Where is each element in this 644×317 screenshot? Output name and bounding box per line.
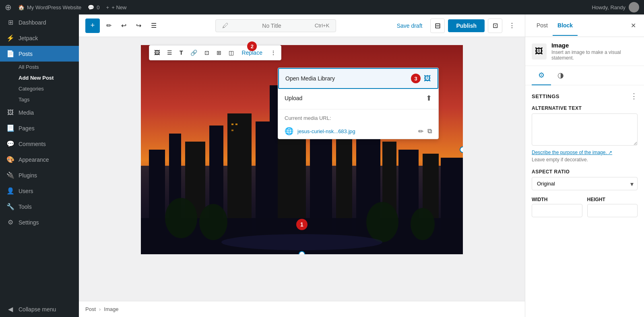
cover-icon: ◫: [229, 49, 234, 56]
svg-point-27: [366, 202, 398, 242]
publish-button[interactable]: Publish: [448, 19, 485, 32]
view-button[interactable]: ⊟: [430, 19, 445, 33]
main-layout: ⊞ Dashboard ⚡ Jetpack 📄 Posts All Posts …: [0, 14, 644, 317]
all-posts-link[interactable]: All Posts: [19, 62, 79, 72]
text-style-button[interactable]: T: [176, 47, 186, 58]
posts-submenu: All Posts Add New Post Categories Tags: [0, 62, 79, 105]
image-block-icon: 🖼: [535, 47, 543, 56]
sidebar: ⊞ Dashboard ⚡ Jetpack 📄 Posts All Posts …: [0, 14, 79, 317]
describe-link[interactable]: Describe the purpose of the image. ↗: [532, 150, 638, 155]
sidebar-item-settings[interactable]: ⚙ Settings: [0, 214, 79, 230]
feather-icon: 🖊: [222, 22, 229, 29]
title-bar[interactable]: 🖊 No Title Ctrl+K: [215, 19, 336, 32]
sidebar-item-posts[interactable]: 📄 Posts: [0, 46, 79, 62]
more-options-button[interactable]: ⋮: [506, 19, 518, 32]
pencil-icon: ✏: [106, 22, 111, 29]
comments-icon: 💬: [6, 140, 14, 148]
expand-button[interactable]: ⊞: [213, 47, 225, 58]
edit-url-button[interactable]: ✏: [418, 128, 423, 135]
open-media-library-button[interactable]: Open Media Library 3 🖼: [278, 68, 438, 89]
pages-icon: 📃: [6, 124, 14, 132]
copy-url-button[interactable]: ⧉: [427, 128, 432, 135]
image-block-icon-button[interactable]: 🖼: [151, 47, 163, 58]
appearance-icon: 🎨: [6, 156, 14, 163]
undo-button[interactable]: ↩: [118, 19, 130, 32]
step-badge-3: 3: [411, 74, 421, 83]
tools-icon: 🔧: [6, 203, 14, 210]
undo-icon: ↩: [121, 22, 126, 29]
wp-logo-icon: ⊕: [5, 2, 12, 12]
settings-menu-button[interactable]: ⋮: [630, 92, 638, 101]
editor-area: + ✏ ↩ ↪ ☰ 🖊 No Title Ctrl+K Save draft ⊟: [79, 14, 525, 317]
settings-contrast-tab[interactable]: ◑: [551, 66, 570, 85]
align-button[interactable]: ☰: [164, 47, 175, 58]
sidebar-item-jetpack[interactable]: ⚡ Jetpack: [0, 30, 79, 46]
editor-toolbar: + ✏ ↩ ↪ ☰ 🖊 No Title Ctrl+K Save draft ⊟: [79, 14, 525, 37]
dashboard-icon: ⊞: [6, 19, 14, 26]
breadcrumb-post[interactable]: Post: [85, 306, 96, 312]
crop-icon: ⊡: [204, 49, 209, 56]
user-info[interactable]: Howdy, Randy: [592, 2, 639, 12]
expand-icon: ⊞: [217, 49, 221, 56]
settings-gear-tab[interactable]: ⚙: [532, 66, 551, 85]
sidebar-item-media[interactable]: 🖼 Media: [0, 105, 79, 120]
step-badge-2: 2: [247, 41, 257, 51]
crop-button[interactable]: ⊡: [201, 47, 213, 58]
media-icon: 🖼: [6, 109, 14, 116]
block-info: 🖼 Image Insert an image to make a visual…: [525, 37, 644, 66]
right-panel: Post Block ✕ 🖼 Image Insert an image to …: [525, 14, 644, 317]
text-icon: T: [180, 49, 183, 56]
tools-button[interactable]: ✏: [103, 19, 115, 32]
tags-link[interactable]: Tags: [19, 94, 79, 105]
block-toolbar: 🖼 ☰ T 🔗 ⊡ ⊞: [149, 45, 281, 60]
aspect-ratio-select[interactable]: Original Square - 1:1 Standard - 4:3 Por…: [532, 177, 638, 190]
height-field: HEIGHT: [587, 197, 638, 217]
save-draft-button[interactable]: Save draft: [392, 20, 427, 31]
dropdown-panel: Open Media Library 3 🖼 Upload ⬆ Current …: [278, 68, 439, 139]
breadcrumb: Post › Image: [79, 301, 525, 317]
posts-icon: 📄: [6, 50, 14, 58]
cover-button[interactable]: ◫: [225, 47, 237, 58]
settings-section: Settings ⋮ ALTERNATIVE TEXT Describe the…: [525, 85, 644, 224]
new-link[interactable]: + + New: [106, 4, 127, 10]
svg-point-28: [411, 208, 435, 240]
width-field: WIDTH: [532, 197, 582, 217]
wp-logo[interactable]: ⊕: [5, 2, 12, 12]
sidebar-item-plugins[interactable]: 🔌 Plugins: [0, 167, 79, 183]
add-new-post-link[interactable]: Add New Post: [19, 72, 79, 83]
breadcrumb-image[interactable]: Image: [104, 306, 118, 312]
sidebar-item-comments[interactable]: 💬 Comments: [0, 136, 79, 152]
panel-close-button[interactable]: ✕: [629, 20, 638, 31]
link-button[interactable]: 🔗: [187, 47, 200, 58]
new-label: + New: [111, 4, 126, 10]
svg-point-25: [165, 198, 197, 238]
home-icon: 🏠: [18, 4, 25, 10]
add-block-button[interactable]: +: [85, 19, 100, 33]
more-block-options-button[interactable]: ⋮: [267, 47, 279, 58]
avatar: [629, 2, 639, 12]
redo-icon: ↪: [136, 22, 141, 29]
comments-link[interactable]: 💬 0: [88, 4, 99, 10]
sidebar-item-tools[interactable]: 🔧 Tools: [0, 199, 79, 214]
settings-title: Settings: [532, 93, 559, 99]
sidebar-item-users[interactable]: 👤 Users: [0, 183, 79, 199]
height-input[interactable]: [587, 204, 638, 217]
upload-button[interactable]: Upload ⬆: [278, 89, 438, 107]
more-icon: ⋮: [509, 22, 515, 29]
toggle-sidebar-button[interactable]: ⊡: [488, 19, 502, 33]
image-icon: 🖼: [154, 49, 160, 56]
sidebar-item-appearance[interactable]: 🎨 Appearance: [0, 152, 79, 167]
collapse-menu[interactable]: ◀ Collapse menu: [0, 301, 79, 317]
alt-text-input[interactable]: [532, 113, 638, 146]
width-input[interactable]: [532, 204, 582, 217]
site-link[interactable]: 🏠 My WordPress Website: [18, 4, 81, 10]
redo-button[interactable]: ↪: [133, 19, 144, 32]
user-label: Howdy, Randy: [592, 4, 625, 10]
sidebar-item-dashboard[interactable]: ⊞ Dashboard: [0, 14, 79, 30]
list-view-button[interactable]: ☰: [148, 19, 160, 32]
tab-post[interactable]: Post: [532, 16, 553, 36]
categories-link[interactable]: Categories: [19, 83, 79, 94]
tab-block[interactable]: Block: [553, 16, 578, 36]
align-icon: ☰: [167, 49, 172, 56]
sidebar-item-pages[interactable]: 📃 Pages: [0, 120, 79, 136]
